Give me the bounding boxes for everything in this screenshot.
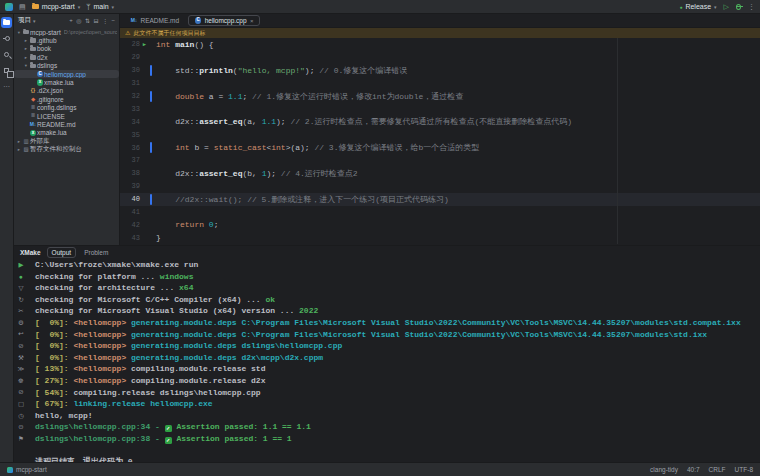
tree-item[interactable]: ▾dslings <box>14 62 119 70</box>
code-line[interactable]: 40 //d2x::wait(); // 5.删除或注释，进入下一个练习(项目正… <box>120 193 760 206</box>
extensions-tool-button[interactable] <box>1 65 12 76</box>
statusbar-project-name: mcpp-start <box>16 466 47 473</box>
stop-square-icon[interactable]: ▢ <box>18 398 24 410</box>
editor-tab[interactable]: M↓README.md <box>124 15 185 26</box>
line-ending[interactable]: CRLF <box>709 466 726 473</box>
code-line[interactable]: 29 <box>120 51 760 64</box>
run-icon[interactable]: ▶ <box>19 259 24 271</box>
run-gutter-icon[interactable]: ▶ <box>140 41 149 48</box>
tree-item[interactable]: ▸▧暂存文件和控制台 <box>14 145 119 153</box>
token-kw: int <box>271 143 285 152</box>
code-line[interactable]: 30 std::println("hello, mcpp!"); // 0.修复… <box>120 64 760 77</box>
tree-item[interactable]: xxmake.lua <box>14 129 119 137</box>
statusbar-project[interactable]: mcpp-start <box>7 466 47 473</box>
panel-tab-output[interactable]: Output <box>47 247 77 258</box>
tree-item[interactable]: ▸.github <box>14 36 119 44</box>
files-tool-button[interactable] <box>1 17 12 28</box>
line-number: 42 <box>120 221 140 229</box>
sort-icon[interactable]: ⇅ <box>85 17 90 24</box>
ban-icon[interactable]: ⊘ <box>18 387 23 399</box>
code-line[interactable]: 31 <box>120 77 760 90</box>
search-tool-button[interactable] <box>1 49 12 60</box>
run-button[interactable]: ▷ <box>724 3 729 11</box>
collapse-all-icon[interactable]: ⊟ <box>93 17 98 24</box>
power-icon[interactable]: ⊙ <box>18 421 23 433</box>
code-line[interactable]: 32 double a = 1.1; // 1.修复这个运行时错误，修改int为… <box>120 90 760 103</box>
config-icon[interactable]: ☸ <box>18 375 24 387</box>
token-pl: a = <box>204 92 228 101</box>
status-bar: mcpp-start clang-tidy40:7CRLFUTF-8 <box>0 462 760 476</box>
run-config-selector[interactable]: ● Release ▾ <box>679 3 716 10</box>
code-line[interactable]: 38 d2x::assert_eq(b, 1); // 4.运行时检查点2 <box>120 167 760 180</box>
code-line[interactable]: 42 return 0; <box>120 218 760 231</box>
md-file-icon: M↓ <box>30 122 37 127</box>
code-line[interactable]: 33 <box>120 102 760 115</box>
tree-item[interactable]: ≣config.dslings <box>14 104 119 112</box>
code-line[interactable]: 37 <box>120 154 760 167</box>
search-icon <box>4 52 9 57</box>
settings-icon[interactable]: ⚙ <box>18 317 24 329</box>
scroll-to-end-icon[interactable]: ≫ <box>18 363 25 375</box>
tree-item[interactable]: ▸d2x <box>14 53 119 61</box>
filter-icon[interactable]: ▽ <box>19 282 24 294</box>
code-line[interactable]: 41 <box>120 206 760 219</box>
code-line[interactable]: 34 d2x::assert_eq(a, 1.1); // 2.运行时检查点，需… <box>120 115 760 128</box>
tree-item[interactable]: {}.d2x.json <box>14 87 119 95</box>
editor-tab[interactable]: Chellomcpp.cpp× <box>188 15 259 26</box>
terminal-token: checking for Microsoft Visual Studio (x6… <box>35 306 299 315</box>
more-menu-button[interactable]: ⋮ <box>748 3 755 11</box>
soft-wrap-icon[interactable]: ↩ <box>18 329 23 341</box>
vcs-tool-button[interactable] <box>1 33 12 44</box>
tree-item[interactable]: xxmake.lua <box>14 78 119 86</box>
encoding[interactable]: UTF-8 <box>735 466 753 473</box>
tree-item[interactable]: M↓README.md <box>14 120 119 128</box>
add-icon[interactable]: + <box>69 17 73 24</box>
debug-button[interactable] <box>736 4 741 10</box>
tree-item[interactable]: ▸▥外部库 <box>14 137 119 145</box>
project-selector[interactable]: mcpp-start ▾ <box>32 3 81 10</box>
cursor-position[interactable]: 40:7 <box>687 466 700 473</box>
terminal-line: [ 67%]: linking.release hellomcpp.exe <box>35 398 760 410</box>
flag-icon[interactable]: ⚑ <box>18 433 24 445</box>
code-editor[interactable]: 28▶int main() {2930 std::println("hello,… <box>120 38 760 244</box>
code-line[interactable]: 35 <box>120 128 760 141</box>
restart-icon[interactable]: ↻ <box>18 294 23 306</box>
project-name: mcpp-start <box>42 3 75 10</box>
tree-item[interactable]: ◆.gitignore <box>14 95 119 103</box>
linter-status[interactable]: clang-tidy <box>650 466 678 473</box>
tree-item[interactable]: ▾mcpp-startD:\project\open_source\mcpp <box>14 28 119 36</box>
tree-item-icon-wrap: {} <box>29 88 37 94</box>
code-line[interactable]: 28▶int main() { <box>120 38 760 51</box>
sidebar-title[interactable]: 项目 <box>18 16 31 25</box>
terminal-line: checking for platform ... windows <box>35 271 760 283</box>
locate-icon[interactable]: ◎ <box>76 17 81 24</box>
panel-tool-name[interactable]: XMake <box>20 249 41 256</box>
terminal-token: ok <box>265 295 275 304</box>
more-tool-button[interactable]: ⋯ <box>1 81 12 92</box>
tree-item[interactable]: ▸book <box>14 45 119 53</box>
scratch-file-icon: ▧ <box>23 147 28 153</box>
status-icon[interactable]: ● <box>19 271 23 283</box>
file-tree: ▾mcpp-startD:\project\open_source\mcpp▸.… <box>14 27 119 154</box>
hide-icon[interactable]: − <box>111 17 115 24</box>
panel-tab-problem[interactable]: Problem <box>80 249 112 256</box>
clear-icon[interactable]: ✂ <box>18 305 23 317</box>
code-line[interactable]: 39 <box>120 180 760 193</box>
layout-icon[interactable]: ▤ <box>19 3 26 11</box>
close-icon[interactable]: × <box>250 18 254 24</box>
tree-item[interactable]: ≣LICENSE <box>14 112 119 120</box>
code-line[interactable]: 36 int b = static_cast<int>(a); // 3.修复这… <box>120 141 760 154</box>
more-icon[interactable]: ⋮ <box>102 17 108 24</box>
history-icon[interactable]: ◷ <box>18 410 24 422</box>
ignore-icon[interactable]: ⊘ <box>18 340 23 352</box>
branch-selector[interactable]: ᛘ main ▾ <box>86 3 114 10</box>
tools-icon[interactable]: ⚒ <box>18 352 24 364</box>
tree-item[interactable]: Chellomcpp.cpp <box>14 70 119 78</box>
line-number: 43 <box>120 234 140 242</box>
code-line[interactable]: 43} <box>120 231 760 244</box>
editor-warning-banner: ⚠ 此文件不属于任何项目目标 <box>120 28 760 38</box>
terminal-line: [ 13%]: <hellomcpp> compiling.module.rel… <box>35 363 760 375</box>
app-logo-icon[interactable] <box>5 3 13 11</box>
change-bar-spacer <box>150 232 152 243</box>
line-number: 34 <box>120 118 140 126</box>
